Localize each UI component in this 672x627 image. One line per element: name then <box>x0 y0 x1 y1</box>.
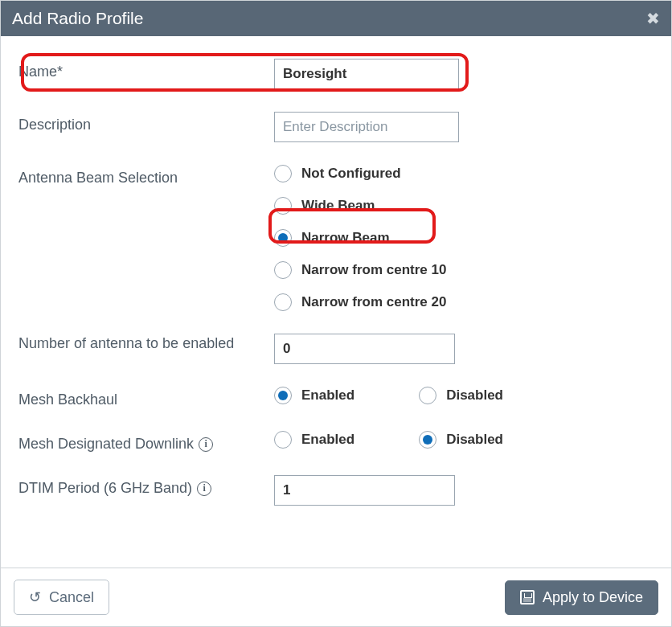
radio-narrow-centre-10[interactable]: Narrow from centre 10 <box>274 261 446 279</box>
dialog-title: Add Radio Profile <box>12 9 143 28</box>
row-mesh-backhaul: Mesh Backhaul Enabled Disabled <box>18 387 654 408</box>
mesh-backhaul-radio-group: Enabled Disabled <box>274 387 503 404</box>
dtim-label-text: DTIM Period (6 GHz Band) <box>18 480 192 497</box>
antenna-count-label: Number of antenna to be enabled <box>18 334 274 354</box>
cancel-button[interactable]: Cancel <box>14 580 109 615</box>
radio-icon <box>419 431 436 449</box>
row-dtim: DTIM Period (6 GHz Band) i <box>18 475 654 506</box>
info-icon[interactable]: i <box>197 482 211 496</box>
row-mesh-downlink: Mesh Designated Downlink i Enabled Disab… <box>18 431 654 453</box>
description-label: Description <box>18 112 274 133</box>
radio-narrow-centre-20[interactable]: Narrow from centre 20 <box>274 293 446 311</box>
radio-label: Disabled <box>446 432 503 448</box>
radio-backhaul-disabled[interactable]: Disabled <box>419 387 503 404</box>
radio-icon <box>274 387 292 404</box>
radio-label: Enabled <box>301 387 354 404</box>
mesh-downlink-radio-group: Enabled Disabled <box>274 431 503 449</box>
row-antenna-beam: Antenna Beam Selection Not Configured Wi… <box>18 165 654 311</box>
add-radio-profile-dialog: Add Radio Profile ✖ Name* Description An… <box>0 0 672 627</box>
radio-icon <box>274 165 292 182</box>
radio-downlink-disabled[interactable]: Disabled <box>419 431 503 449</box>
radio-wide-beam[interactable]: Wide Beam <box>274 197 446 215</box>
dialog-content: Name* Description Antenna Beam Selection… <box>1 36 671 568</box>
radio-narrow-beam[interactable]: Narrow Beam <box>274 229 446 247</box>
radio-not-configured[interactable]: Not Configured <box>274 165 446 182</box>
save-icon <box>520 590 535 604</box>
row-name: Name* <box>18 59 654 89</box>
row-antenna-count: Number of antenna to be enabled <box>18 334 654 364</box>
name-input[interactable] <box>274 59 459 89</box>
radio-label: Narrow from centre 10 <box>301 262 446 278</box>
radio-icon <box>274 293 292 311</box>
radio-label: Wide Beam <box>301 198 375 214</box>
cancel-button-label: Cancel <box>49 589 94 606</box>
apply-button[interactable]: Apply to Device <box>505 580 658 615</box>
radio-icon <box>274 431 292 449</box>
radio-icon <box>274 229 292 247</box>
name-label: Name* <box>18 59 274 80</box>
radio-icon <box>419 387 436 404</box>
radio-backhaul-enabled[interactable]: Enabled <box>274 387 354 404</box>
radio-label: Enabled <box>301 432 354 448</box>
antenna-beam-label: Antenna Beam Selection <box>18 165 274 186</box>
undo-icon <box>29 588 41 606</box>
mesh-downlink-label-text: Mesh Designated Downlink <box>18 436 194 453</box>
antenna-count-input[interactable] <box>274 334 455 364</box>
dialog-footer: Cancel Apply to Device <box>1 568 671 626</box>
radio-downlink-enabled[interactable]: Enabled <box>274 431 354 449</box>
antenna-beam-radio-group: Not Configured Wide Beam Narrow Beam Nar… <box>274 165 446 311</box>
close-icon[interactable]: ✖ <box>646 9 660 28</box>
radio-icon <box>274 261 292 279</box>
description-input[interactable] <box>274 112 459 142</box>
dtim-input[interactable] <box>274 475 455 506</box>
dialog-header: Add Radio Profile ✖ <box>1 1 671 36</box>
mesh-backhaul-label: Mesh Backhaul <box>18 387 274 408</box>
radio-label: Disabled <box>446 387 503 404</box>
radio-label: Narrow Beam <box>301 230 390 246</box>
mesh-downlink-label: Mesh Designated Downlink i <box>18 431 274 453</box>
radio-label: Not Configured <box>301 166 401 182</box>
apply-button-label: Apply to Device <box>543 589 643 606</box>
radio-label: Narrow from centre 20 <box>301 294 446 310</box>
row-description: Description <box>18 112 654 142</box>
dtim-label: DTIM Period (6 GHz Band) i <box>18 475 274 497</box>
radio-icon <box>274 197 292 215</box>
info-icon[interactable]: i <box>199 437 213 452</box>
